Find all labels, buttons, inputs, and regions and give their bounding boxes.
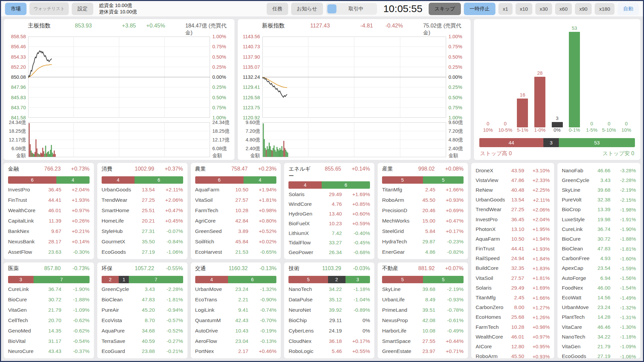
stock-row[interactable]: RoboArm45.50+0.93% [382, 195, 464, 205]
speed-x60-button[interactable]: x60 [555, 3, 572, 15]
loser-row[interactable]: VitaGen21.79-1.09% [562, 342, 636, 351]
stock-row[interactable]: EcoGuard23.88-0.21% [102, 346, 183, 357]
stock-row[interactable]: PrimeLand39.51-0.78% [382, 305, 464, 315]
stock-row[interactable]: HydroGen13.40+0.60% [288, 209, 370, 219]
notifications-button[interactable]: お知らせ [291, 3, 323, 15]
sector-tile-農業[interactable]: 農業758.47+0.23%64AquaFarm10.50+1.94%VitaS… [191, 163, 281, 259]
gainer-row[interactable]: ReNew40.48+2.25% [476, 185, 550, 195]
stock-row[interactable]: AquaPure34.68-0.52% [102, 325, 183, 336]
gainer-row[interactable]: RoboArm45.50+0.93% [476, 352, 550, 358]
auto-button[interactable]: 自動 [618, 3, 639, 15]
sector-tile-産業[interactable]: 産業998.02+0.08%55TitanMfg2.45+1.66%RoboAr… [378, 163, 468, 259]
stock-row[interactable]: LogiLink9.41-0.74% [195, 305, 277, 315]
speed-x1-button[interactable]: x1 [498, 3, 513, 15]
stock-row[interactable]: UrbanGoods13.54+2.11% [102, 185, 183, 195]
stock-row[interactable]: NeuroNet39.92-0.89% [288, 305, 370, 315]
tab-settings[interactable]: 設定 [72, 3, 93, 15]
stock-row[interactable]: NexusBank28.17+0.14% [8, 237, 90, 247]
stock-row[interactable]: EnerGear4.86-0.82% [382, 247, 464, 257]
sector-tile-技術[interactable]: 技術1103.29-0.03%523NanoTech34.22-1.18%Dat… [284, 262, 374, 359]
stock-row[interactable]: HarborLife10.08-0.49% [382, 325, 464, 336]
stock-row[interactable]: EcoTrans2.21-0.90% [195, 294, 277, 305]
stock-row[interactable]: BioCure30.72-1.88% [8, 294, 90, 305]
gainer-row[interactable]: VistaView47.86+2.33% [476, 175, 550, 185]
stock-row[interactable]: HydraTech29.87-0.23% [382, 237, 464, 247]
gainer-row[interactable]: TitanMfg2.45+1.66% [476, 293, 550, 302]
stock-row[interactable]: AgriCore42.84+0.80% [195, 216, 277, 226]
sector-tile-交通[interactable]: 交通1160.32-0.13%46UrbanMove23.24-1.32%Eco… [191, 262, 281, 359]
stock-row[interactable]: HomeLife20.21+0.45% [102, 216, 183, 226]
speed-x180-button[interactable]: x180 [595, 3, 614, 15]
stock-row[interactable]: NeuroCure43.43-0.37% [8, 346, 90, 357]
speed-x30-button[interactable]: x30 [535, 3, 552, 15]
loser-row[interactable]: NanoFab46.66-3.28% [562, 166, 636, 175]
stock-row[interactable]: TidalFlow33.27-0.45% [288, 238, 370, 248]
stock-row[interactable]: BioClean47.83-1.81% [102, 294, 183, 305]
stock-row[interactable]: DataPulse35.12-1.04% [288, 294, 370, 305]
speed-x10-button[interactable]: x10 [516, 3, 532, 15]
stock-row[interactable]: GreenSeed3.89+0.52% [195, 226, 277, 237]
gainer-row[interactable]: FarmTech10.28+0.98% [476, 322, 550, 332]
stock-row[interactable]: Solaris29.49+1.69% [288, 190, 370, 199]
loser-row[interactable]: BioCrop13.39-1.98% [562, 205, 636, 215]
loser-row[interactable]: NanoTech34.22-1.18% [562, 332, 636, 342]
stock-row[interactable]: MechWorks15.00+0.47% [382, 216, 464, 226]
tasks-button[interactable]: 任務 [267, 3, 288, 15]
speed-x90-button[interactable]: x90 [575, 3, 592, 15]
gainer-row[interactable]: UrbanGoods13.54+2.11% [476, 195, 550, 205]
stock-row[interactable]: EcoVista8.70-0.57% [102, 315, 183, 325]
sector-tile-医薬[interactable]: 医薬857.80-0.73%37CureLink36.74-1.90%BioCu… [4, 262, 94, 359]
loser-row[interactable]: FoodNex46.00-1.54% [562, 283, 636, 293]
stock-row[interactable]: UrbanLife8.49-0.93% [382, 294, 464, 305]
tab-watchlist[interactable]: ウォッチリスト [30, 2, 69, 15]
stock-row[interactable]: FarmTech10.28+0.98% [195, 205, 277, 216]
stock-row[interactable]: TrendWear27.25+2.06% [102, 195, 183, 205]
stock-row[interactable]: EcoGoods27.19-1.06% [102, 247, 183, 257]
gainer-row[interactable]: TrendWear27.25+2.06% [476, 205, 550, 215]
gainer-row[interactable]: DroneX43.59+3.10% [476, 166, 550, 175]
gainer-row[interactable]: InvestPro36.45+2.04% [476, 215, 550, 224]
stock-row[interactable]: AssetFlow23.63-0.30% [8, 247, 90, 257]
loser-row[interactable]: SkyLine39.68-2.19% [562, 185, 636, 195]
stock-row[interactable]: GeoPower26.34-0.68% [288, 248, 370, 257]
gainer-row[interactable]: BuildCore32.35+1.83% [476, 263, 550, 273]
loser-row[interactable]: PlantTech14.28-1.31% [562, 312, 636, 322]
skip-button[interactable]: スキップ [429, 3, 461, 15]
stock-row[interactable]: GreenCycle3.43-2.28% [102, 284, 183, 295]
pause-button[interactable]: 一時停止 [464, 3, 495, 15]
stock-row[interactable]: LithiumX7.42-0.40% [288, 228, 370, 238]
stock-row[interactable]: GreenEstate23.97+0.71% [382, 346, 464, 357]
loser-row[interactable]: EcoWatt14.56-1.49% [562, 293, 636, 302]
stock-row[interactable]: SoilRich45.84+0.02% [195, 237, 277, 247]
loser-row[interactable]: EcoGoods27.19-1.06% [562, 352, 636, 358]
loser-row[interactable]: BioClean47.83-1.81% [562, 244, 636, 254]
sector-tile-不動産[interactable]: 不動産881.92+0.07%55SkyLine39.68-2.19%Urban… [378, 262, 468, 359]
stock-row[interactable]: VitaGen21.79-1.09% [8, 305, 90, 315]
tab-market[interactable]: 市場 [5, 3, 26, 15]
gainer-row[interactable]: PhotonX13.10+1.95% [476, 224, 550, 234]
loser-row[interactable]: ApexCap23.54-1.59% [562, 263, 636, 273]
loser-row[interactable]: BioCure30.72-1.88% [562, 234, 636, 244]
gainer-row[interactable]: EcoHomes25.68+1.26% [476, 312, 550, 322]
stock-row[interactable]: QuantumM42.43-0.70% [195, 315, 277, 325]
stock-row[interactable]: BioFuelX10.23+0.59% [288, 219, 370, 228]
stock-row[interactable]: WealthCore46.01+0.97% [8, 205, 90, 216]
gainer-row[interactable]: VitaSoil27.57+1.81% [476, 273, 550, 283]
stock-row[interactable]: VitaSoil27.57+1.81% [195, 195, 277, 205]
stock-row[interactable]: WindCore4.76+0.85% [288, 199, 370, 209]
stock-row[interactable]: TitanMfg2.45+1.66% [382, 185, 464, 195]
stock-row[interactable]: TerraSave40.59-0.27% [102, 336, 183, 346]
loser-row[interactable]: CarbonFree4.93-1.60% [562, 254, 636, 263]
stock-row[interactable]: NexusProp42.08-0.61% [382, 315, 464, 325]
loser-row[interactable]: UrbanMove23.24-1.32% [562, 303, 636, 312]
stock-row[interactable]: SmartSpace27.55+0.44% [382, 336, 464, 346]
loser-row[interactable]: CureLink36.74-1.90% [562, 224, 636, 234]
gainer-row[interactable]: WealthCore46.01+0.97% [476, 332, 550, 342]
sector-tile-金融[interactable]: 金融766.23+0.73%64InvestPro36.45+2.04%FinT… [4, 163, 94, 259]
stock-row[interactable]: BankNex9.67+0.21% [8, 226, 90, 237]
stock-row[interactable]: RoboLogic5.46+0.55% [288, 346, 370, 357]
stock-row[interactable]: EcoHarvest21.53-0.65% [195, 247, 277, 257]
stock-row[interactable]: CapitalLink11.39+0.26% [8, 216, 90, 226]
stock-row[interactable]: InvestPro36.45+2.04% [8, 185, 90, 195]
stock-row[interactable]: GourmetX35.50-0.84% [102, 237, 183, 247]
